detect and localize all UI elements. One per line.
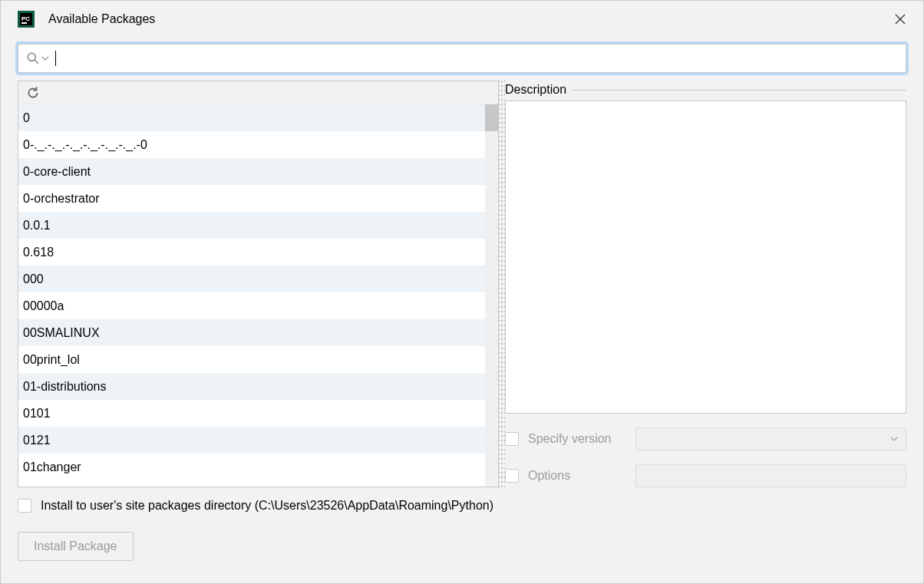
main-area: 00-._.-._.-._.-._.-._.-._.-00-core-clien… — [18, 81, 906, 487]
package-item[interactable]: 00SMALINUX — [18, 319, 485, 346]
details-panel: Description Specify version Options — [505, 81, 906, 487]
svg-point-7 — [28, 53, 35, 61]
description-body — [505, 101, 906, 414]
specify-version-row: Specify version — [505, 427, 906, 450]
pycharm-icon: PC — [18, 11, 35, 28]
package-item[interactable]: 00000a — [18, 292, 485, 319]
specify-version-checkbox[interactable] — [505, 432, 519, 446]
close-icon — [895, 14, 906, 25]
install-user-site-label: Install to user's site packages director… — [41, 499, 493, 513]
package-item[interactable]: 0-core-client — [18, 158, 485, 185]
svg-rect-4 — [21, 22, 27, 24]
reload-icon[interactable] — [26, 86, 40, 100]
package-item[interactable]: 0-orchestrator — [18, 185, 485, 212]
package-item[interactable]: 0.618 — [18, 239, 485, 266]
scrollbar-track[interactable] — [485, 104, 498, 487]
package-item[interactable]: 0121 — [18, 427, 485, 454]
package-item[interactable]: 0 — [18, 104, 485, 131]
search-container — [18, 44, 906, 73]
splitter-handle[interactable] — [499, 81, 505, 487]
install-package-button[interactable]: Install Package — [18, 532, 134, 561]
available-packages-dialog: PC Available Packages 00-._.-._.-._.-._.… — [0, 0, 924, 584]
titlebar: PC Available Packages — [1, 1, 923, 38]
search-history-chevron-icon[interactable] — [41, 54, 49, 62]
close-button[interactable] — [888, 7, 912, 31]
package-item[interactable]: 01changer — [18, 454, 485, 480]
packages-panel: 00-._.-._.-._.-._.-._.-._.-00-core-clien… — [18, 81, 499, 487]
options-row: Options — [505, 464, 906, 487]
description-header: Description — [505, 81, 906, 99]
search-box[interactable] — [18, 44, 906, 73]
package-item[interactable]: 00print_lol — [18, 346, 485, 373]
install-button-row: Install Package — [18, 532, 906, 561]
svg-line-8 — [35, 60, 38, 64]
package-item[interactable]: 0-._.-._.-._.-._.-._.-._.-0 — [18, 131, 485, 158]
description-divider — [573, 90, 906, 91]
options-input[interactable] — [635, 464, 906, 487]
window-title: Available Packages — [48, 12, 155, 26]
package-item[interactable]: 0101 — [18, 400, 485, 427]
specify-version-label: Specify version — [528, 432, 635, 446]
package-item[interactable]: 01-distributions — [18, 373, 485, 400]
search-icon — [26, 51, 40, 65]
options-label: Options — [528, 469, 635, 483]
description-label: Description — [505, 83, 573, 97]
reload-toolbar — [18, 81, 498, 104]
version-combo[interactable] — [635, 427, 906, 450]
options-checkbox[interactable] — [505, 469, 519, 483]
package-item[interactable]: 000 — [18, 266, 485, 292]
install-user-site-checkbox[interactable] — [18, 499, 31, 513]
install-user-site-row: Install to user's site packages director… — [18, 495, 906, 516]
search-input[interactable] — [56, 52, 898, 65]
package-item[interactable]: 0.0.1 — [18, 212, 485, 239]
svg-text:PC: PC — [21, 15, 30, 22]
package-list[interactable]: 00-._.-._.-._.-._.-._.-._.-00-core-clien… — [18, 104, 498, 487]
scrollbar-thumb[interactable] — [485, 104, 498, 131]
chevron-down-icon — [890, 435, 898, 443]
